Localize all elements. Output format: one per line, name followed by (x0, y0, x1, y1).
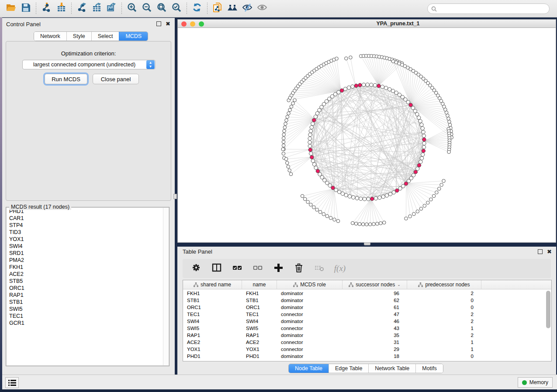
scrollbar-track[interactable] (163, 208, 169, 365)
network-title: YPA_prune.txt_1 (376, 21, 419, 27)
mcds-result-item[interactable]: SWI5 (7, 306, 169, 313)
memory-button[interactable]: Memory (518, 377, 553, 388)
scrollbar-thumb[interactable] (546, 291, 550, 328)
table-row[interactable]: PHD1PHD1dominator180 (183, 353, 551, 360)
cell-MCDS-role: connector (277, 325, 343, 332)
run-mcds-button[interactable]: Run MCDS (45, 74, 87, 84)
tab-mcds[interactable]: MCDS (119, 32, 148, 41)
close-panel-icon[interactable]: ✖ (166, 21, 170, 26)
mcds-result-item[interactable]: YOX1 (7, 236, 169, 243)
delete-table-icon (314, 262, 325, 275)
zoom-in-button[interactable] (125, 2, 139, 16)
table-row[interactable]: STB1STB1dominator620 (183, 297, 551, 304)
close-panel-button[interactable]: Close panel (93, 74, 139, 84)
cell-MCDS-role: dominator (277, 304, 343, 311)
open-file-button[interactable] (3, 2, 18, 16)
optimization-criterion-select[interactable]: largest connected component (undirected)… (22, 60, 156, 69)
show-all-button[interactable] (255, 2, 270, 16)
float-panel-icon[interactable] (538, 249, 543, 254)
export-image-button[interactable] (104, 2, 119, 16)
cell-predecessor-nodes: 2 (407, 290, 481, 297)
mcds-result-item[interactable]: FKH1 (7, 264, 169, 271)
cell-shared-name: STB1 (183, 297, 242, 304)
zoom-out-button[interactable] (139, 2, 154, 16)
network-canvas[interactable] (178, 28, 556, 242)
mcds-result-item[interactable]: TID3 (7, 229, 169, 236)
node-table[interactable]: shared namenameMCDS rolesuccessor nodes⌄… (183, 280, 552, 361)
add-column-icon (273, 262, 284, 275)
minimize-window-icon[interactable] (190, 21, 195, 27)
column-header-shared-name[interactable]: shared name (183, 280, 242, 289)
tab-edge-table[interactable]: Edge Table (329, 364, 368, 373)
task-history-button[interactable] (5, 377, 19, 388)
close-window-icon[interactable] (181, 21, 187, 27)
export-network-button[interactable] (74, 2, 89, 16)
clone-network-button[interactable] (210, 2, 225, 16)
network-window-titlebar[interactable]: YPA_prune.txt_1 (178, 20, 556, 28)
search-box[interactable] (427, 3, 550, 14)
cell-predecessor-nodes: 0 (407, 304, 481, 311)
column-header-MCDS-role[interactable]: MCDS role (277, 280, 343, 289)
search-input[interactable] (437, 4, 549, 13)
mcds-result-list[interactable]: PHD1CAR1STP4TID3YOX1SWI4SRD1PMA2FKH1ACE2… (6, 207, 169, 366)
maximize-window-icon[interactable] (199, 21, 204, 27)
mcds-result-item[interactable]: RAP1 (7, 292, 169, 299)
cell-predecessor-nodes: 2 (407, 311, 481, 318)
function-builder-button[interactable]: f(x) (334, 263, 346, 274)
tab-network-table[interactable]: Network Table (368, 364, 415, 373)
mcds-result-item[interactable]: SRD1 (7, 250, 169, 257)
table-row[interactable]: ACE2ACE2connector311 (183, 339, 551, 346)
tab-node-table[interactable]: Node Table (289, 364, 329, 373)
mcds-result-item[interactable]: STB1 (7, 299, 169, 306)
hide-selected-button[interactable] (240, 2, 255, 16)
save-session-button[interactable] (18, 2, 33, 16)
search-icon (431, 6, 437, 12)
import-table-button[interactable] (54, 2, 69, 16)
column-view-icon (211, 262, 222, 275)
tab-motifs[interactable]: Motifs (415, 364, 443, 373)
deselect-all-button[interactable] (252, 263, 263, 274)
first-neighbors-button[interactable] (225, 2, 240, 16)
mcds-result-item[interactable]: GCR1 (7, 320, 169, 327)
column-header-predecessor-nodes[interactable]: predecessor nodes (407, 280, 481, 289)
table-row[interactable]: TEC1TEC1connector472 (183, 311, 551, 318)
mcds-result-item[interactable]: CAR1 (7, 215, 169, 222)
table-row[interactable]: SWI5SWI5connector431 (183, 325, 551, 332)
mcds-result-item[interactable]: SWI4 (7, 243, 169, 250)
mcds-result-item[interactable]: STP4 (7, 222, 169, 229)
mcds-result-item[interactable]: ORC1 (7, 285, 169, 292)
function-builder-icon: f(x) (334, 264, 346, 273)
refresh-layout-button[interactable] (190, 2, 204, 16)
delete-table-button[interactable] (314, 263, 325, 274)
float-panel-icon[interactable] (156, 21, 161, 26)
horizontal-splitter-handle[interactable] (364, 242, 370, 245)
table-row[interactable]: ORC1ORC1dominator610 (183, 304, 551, 311)
table-row[interactable]: RAP1RAP1dominator352 (183, 332, 551, 339)
import-network-button[interactable] (39, 2, 54, 16)
desktop-wallpaper-strip (0, 389, 557, 392)
tab-select[interactable]: Select (91, 32, 119, 41)
tab-style[interactable]: Style (66, 32, 91, 41)
mcds-result-item[interactable]: TEC1 (7, 313, 169, 320)
table-row[interactable]: FKH1FKH1dominator962 (183, 290, 551, 297)
mcds-result-item[interactable]: STB5 (7, 278, 169, 285)
export-table-button[interactable] (89, 2, 104, 16)
column-header-name[interactable]: name (242, 280, 277, 289)
mcds-result-item[interactable]: PMA2 (7, 257, 169, 264)
mcds-result-item[interactable]: ACE2 (7, 271, 169, 278)
status-bar: Memory (2, 375, 557, 389)
delete-column-button[interactable] (293, 263, 304, 274)
tab-network[interactable]: Network (34, 32, 66, 41)
zoom-fit-button[interactable] (154, 2, 169, 16)
vertical-splitter-handle[interactable] (173, 194, 177, 199)
table-settings-button[interactable] (190, 263, 202, 274)
shared-column-icon (418, 282, 423, 287)
close-panel-icon[interactable]: ✖ (547, 249, 552, 254)
column-header-successor-nodes[interactable]: successor nodes⌄ (343, 280, 407, 289)
zoom-selected-button[interactable] (169, 2, 184, 16)
table-row[interactable]: YOX1YOX1connector291 (183, 346, 551, 353)
column-view-button[interactable] (211, 263, 222, 274)
select-all-button[interactable] (232, 263, 243, 274)
table-row[interactable]: SWI4SWI4dominator462 (183, 318, 551, 325)
add-column-button[interactable] (273, 263, 284, 274)
